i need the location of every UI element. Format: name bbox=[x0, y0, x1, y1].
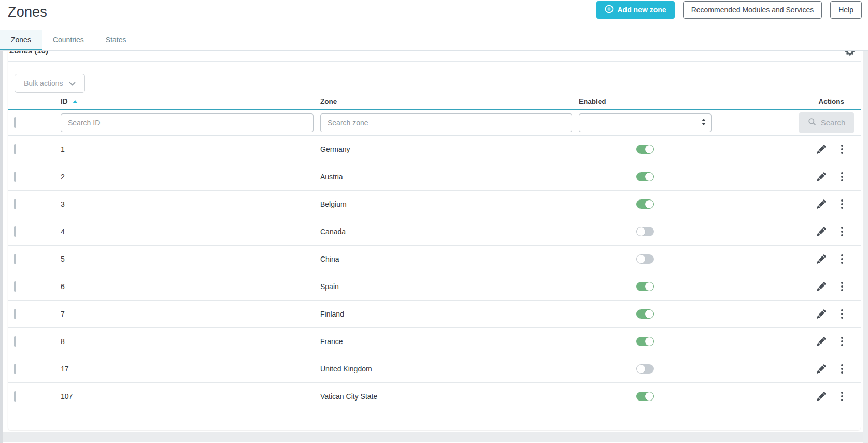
row-menu-kebab-icon[interactable] bbox=[840, 253, 844, 265]
enabled-toggle[interactable] bbox=[636, 309, 654, 319]
cell-zone: Spain bbox=[320, 282, 579, 291]
row-menu-kebab-icon[interactable] bbox=[840, 336, 844, 347]
bulk-actions-button[interactable]: Bulk actions bbox=[15, 74, 85, 93]
cell-zone: United Kingdom bbox=[320, 365, 579, 373]
cell-id: 2 bbox=[61, 173, 320, 181]
cell-zone: Austria bbox=[320, 173, 579, 181]
cell-zone: Canada bbox=[320, 227, 579, 236]
column-header-id[interactable]: ID bbox=[61, 97, 320, 105]
row-checkbox[interactable] bbox=[14, 226, 16, 237]
row-checkbox[interactable] bbox=[14, 281, 16, 292]
add-new-zone-button[interactable]: Add new zone bbox=[596, 1, 675, 19]
column-header-actions: Actions bbox=[712, 97, 858, 105]
left-gutter bbox=[0, 51, 3, 443]
cell-id: 6 bbox=[61, 282, 320, 291]
cell-id: 8 bbox=[61, 337, 320, 346]
recommended-modules-button[interactable]: Recommended Modules and Services bbox=[683, 1, 822, 19]
row-checkbox[interactable] bbox=[14, 309, 16, 319]
row-checkbox[interactable] bbox=[14, 144, 16, 154]
page-title: Zones bbox=[8, 4, 47, 20]
enabled-toggle[interactable] bbox=[636, 337, 654, 346]
cell-zone: Finland bbox=[320, 310, 579, 318]
search-button[interactable]: Search bbox=[799, 112, 854, 133]
cell-id: 3 bbox=[61, 200, 320, 208]
help-button[interactable]: Help bbox=[830, 1, 862, 19]
cell-id: 5 bbox=[61, 255, 320, 263]
cell-id: 7 bbox=[61, 310, 320, 318]
enabled-filter-select[interactable] bbox=[579, 113, 712, 132]
edit-pencil-icon[interactable] bbox=[817, 364, 826, 374]
edit-pencil-icon[interactable] bbox=[817, 282, 826, 291]
row-menu-kebab-icon[interactable] bbox=[840, 226, 844, 237]
row-checkbox[interactable] bbox=[14, 336, 16, 347]
edit-pencil-icon[interactable] bbox=[817, 392, 826, 401]
column-header-zone: Zone bbox=[320, 97, 579, 105]
enabled-toggle[interactable] bbox=[636, 254, 654, 264]
tab-bar: Zones Countries States bbox=[0, 30, 868, 51]
tab-countries[interactable]: Countries bbox=[42, 30, 95, 50]
grid-settings-gear-icon[interactable] bbox=[845, 51, 855, 58]
panel-header: Zones (10) bbox=[8, 51, 861, 62]
row-checkbox[interactable] bbox=[14, 199, 16, 209]
table-row: 4 Canada bbox=[8, 218, 861, 246]
row-menu-kebab-icon[interactable] bbox=[840, 198, 844, 210]
bulk-actions-label: Bulk actions bbox=[24, 79, 63, 88]
page-header: Zones Add new zone Recommended Modules a… bbox=[0, 0, 868, 30]
search-id-input[interactable] bbox=[61, 113, 314, 132]
add-new-zone-label: Add new zone bbox=[618, 6, 666, 14]
cell-zone: China bbox=[320, 255, 579, 263]
zones-panel: Zones (10) Bulk actions ID bbox=[8, 51, 861, 430]
enabled-toggle[interactable] bbox=[636, 392, 654, 401]
enabled-toggle[interactable] bbox=[636, 364, 654, 374]
table-body: 1 Germany 2 Austria bbox=[8, 136, 861, 410]
edit-pencil-icon[interactable] bbox=[817, 172, 826, 181]
enabled-toggle[interactable] bbox=[636, 227, 654, 236]
edit-pencil-icon[interactable] bbox=[817, 199, 826, 209]
cell-id: 107 bbox=[61, 392, 320, 401]
search-zone-input[interactable] bbox=[320, 113, 572, 132]
table-row: 17 United Kingdom bbox=[8, 355, 861, 383]
row-menu-kebab-icon[interactable] bbox=[840, 391, 844, 402]
row-menu-kebab-icon[interactable] bbox=[840, 171, 844, 182]
row-menu-kebab-icon[interactable] bbox=[840, 363, 844, 375]
enabled-toggle[interactable] bbox=[636, 172, 654, 181]
plus-circle-icon bbox=[605, 5, 614, 15]
search-icon bbox=[808, 118, 816, 127]
cell-zone: Belgium bbox=[320, 200, 579, 208]
cell-zone: Germany bbox=[320, 145, 579, 153]
grid-toolbar: Bulk actions bbox=[8, 62, 861, 93]
header-actions: Add new zone Recommended Modules and Ser… bbox=[596, 1, 862, 19]
filter-row: Search bbox=[8, 110, 861, 136]
edit-pencil-icon[interactable] bbox=[817, 145, 826, 154]
table-row: 107 Vatican City State bbox=[8, 383, 861, 410]
tab-states[interactable]: States bbox=[95, 30, 137, 50]
table-header-row: ID Zone Enabled Actions bbox=[8, 93, 861, 110]
column-header-id-label: ID bbox=[61, 97, 68, 105]
select-all-checkbox[interactable] bbox=[14, 117, 16, 128]
table-row: 6 Spain bbox=[8, 273, 861, 301]
row-menu-kebab-icon[interactable] bbox=[840, 144, 844, 155]
cell-zone: Vatican City State bbox=[320, 392, 579, 401]
edit-pencil-icon[interactable] bbox=[817, 227, 826, 236]
sort-asc-icon bbox=[73, 100, 78, 103]
row-checkbox[interactable] bbox=[14, 172, 16, 182]
row-checkbox[interactable] bbox=[14, 364, 16, 374]
tab-zones[interactable]: Zones bbox=[0, 30, 42, 50]
cell-id: 4 bbox=[61, 227, 320, 236]
row-menu-kebab-icon[interactable] bbox=[840, 308, 844, 320]
edit-pencil-icon[interactable] bbox=[817, 337, 826, 346]
row-checkbox[interactable] bbox=[14, 391, 16, 402]
search-button-label: Search bbox=[821, 118, 846, 127]
main-content: Zones (10) Bulk actions ID bbox=[0, 51, 868, 442]
enabled-toggle[interactable] bbox=[636, 282, 654, 291]
chevron-down-icon bbox=[69, 79, 76, 88]
panel-title: Zones (10) bbox=[9, 51, 48, 55]
edit-pencil-icon[interactable] bbox=[817, 254, 826, 264]
enabled-toggle[interactable] bbox=[636, 199, 654, 209]
row-menu-kebab-icon[interactable] bbox=[840, 281, 844, 292]
edit-pencil-icon[interactable] bbox=[817, 309, 826, 319]
table-row: 3 Belgium bbox=[8, 191, 861, 218]
scrollbar-track[interactable] bbox=[863, 51, 868, 443]
row-checkbox[interactable] bbox=[14, 254, 16, 264]
enabled-toggle[interactable] bbox=[636, 145, 654, 154]
